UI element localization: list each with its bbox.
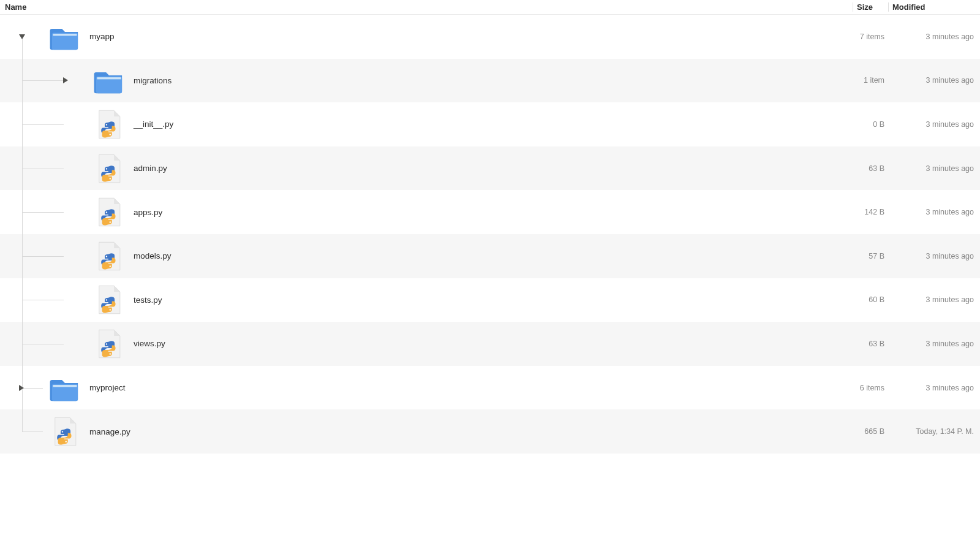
item-size: 142 B — [853, 208, 888, 216]
disclosure-triangle-open-icon[interactable] — [19, 34, 25, 39]
item-size: 6 items — [853, 384, 888, 392]
item-name: apps.py — [134, 208, 162, 217]
item-size: 0 B — [853, 120, 888, 129]
item-modified: 3 minutes ago — [888, 340, 980, 348]
svg-point-9 — [110, 221, 111, 222]
python-file-icon — [93, 153, 125, 184]
item-name: admin.py — [134, 164, 167, 173]
column-header-modified[interactable]: Modified — [888, 2, 980, 12]
item-modified: 3 minutes ago — [888, 76, 980, 85]
svg-point-10 — [106, 256, 107, 257]
item-modified: 3 minutes ago — [888, 164, 980, 173]
svg-point-4 — [106, 124, 107, 125]
item-modified: 3 minutes ago — [888, 208, 980, 216]
disclosure-triangle-closed-icon[interactable] — [19, 385, 24, 391]
item-size: 63 B — [853, 164, 888, 173]
item-name: myproject — [89, 383, 126, 392]
folder-icon — [49, 21, 81, 53]
item-modified: Today, 1:34 P. M. — [888, 427, 980, 436]
column-header-size[interactable]: Size — [853, 2, 888, 12]
item-modified: 3 minutes ago — [888, 295, 980, 304]
svg-point-19 — [66, 441, 67, 442]
svg-rect-3 — [97, 78, 121, 80]
svg-point-5 — [110, 134, 111, 135]
item-modified: 3 minutes ago — [888, 384, 980, 392]
disclosure-triangle-closed-icon[interactable] — [63, 77, 68, 83]
file-tree: myapp7 items3 minutes ago migrations1 it… — [0, 15, 980, 454]
column-header: Name Size Modified — [0, 0, 980, 15]
svg-point-12 — [106, 300, 107, 301]
tree-row-file[interactable]: manage.py665 BToday, 1:34 P. M. — [0, 409, 980, 454]
python-file-icon — [93, 284, 125, 316]
item-size: 665 B — [853, 427, 888, 436]
folder-icon — [49, 372, 81, 404]
item-name: migrations — [134, 76, 172, 85]
item-size: 57 B — [853, 252, 888, 260]
item-size: 1 item — [853, 76, 888, 85]
tree-row-file[interactable]: apps.py142 B3 minutes ago — [0, 190, 980, 234]
item-modified: 3 minutes ago — [888, 120, 980, 129]
item-modified: 3 minutes ago — [888, 252, 980, 260]
python-file-icon — [93, 240, 125, 272]
svg-point-14 — [106, 343, 107, 344]
python-file-icon — [93, 196, 125, 228]
tree-row-folder[interactable]: migrations1 item3 minutes ago — [0, 59, 980, 103]
item-name: tests.py — [134, 295, 162, 305]
tree-row-file[interactable]: tests.py60 B3 minutes ago — [0, 278, 980, 322]
python-file-icon — [49, 416, 81, 447]
item-name: __init__.py — [134, 120, 173, 129]
item-name: myapp — [89, 32, 115, 41]
folder-icon — [93, 64, 125, 96]
svg-point-15 — [110, 353, 111, 354]
item-name: manage.py — [89, 427, 130, 436]
python-file-icon — [93, 108, 125, 140]
svg-rect-17 — [53, 385, 77, 387]
column-header-name[interactable]: Name — [0, 2, 853, 12]
item-name: models.py — [134, 251, 172, 260]
svg-point-11 — [110, 265, 111, 267]
item-modified: 3 minutes ago — [888, 32, 980, 41]
python-file-icon — [93, 328, 125, 360]
svg-rect-1 — [53, 34, 77, 36]
tree-row-file[interactable]: views.py63 B3 minutes ago — [0, 322, 980, 366]
svg-point-13 — [110, 310, 111, 311]
tree-row-file[interactable]: models.py57 B3 minutes ago — [0, 234, 980, 278]
tree-row-file[interactable]: __init__.py0 B3 minutes ago — [0, 102, 980, 146]
tree-row-file[interactable]: admin.py63 B3 minutes ago — [0, 146, 980, 191]
item-name: views.py — [134, 339, 165, 348]
tree-row-folder[interactable]: myproject6 items3 minutes ago — [0, 366, 980, 410]
item-size: 60 B — [853, 295, 888, 304]
svg-point-18 — [62, 431, 63, 432]
svg-point-8 — [106, 211, 107, 213]
item-size: 7 items — [853, 32, 888, 41]
tree-row-folder[interactable]: myapp7 items3 minutes ago — [0, 15, 980, 59]
svg-point-7 — [110, 178, 111, 179]
item-size: 63 B — [853, 340, 888, 348]
svg-point-6 — [106, 168, 107, 169]
